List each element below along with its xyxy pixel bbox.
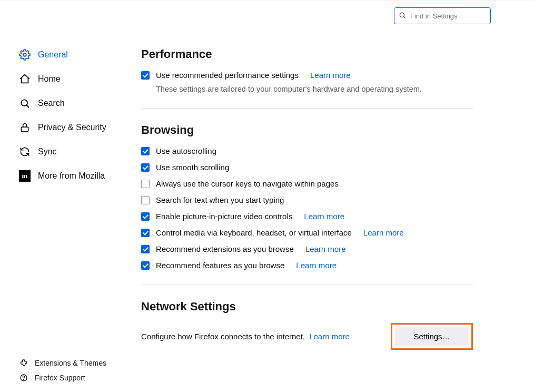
search-input[interactable] (409, 12, 500, 21)
checkbox-label: Always use the cursor keys to navigate w… (156, 179, 339, 188)
performance-note: These settings are tailored to your comp… (156, 85, 473, 93)
search-box[interactable] (394, 7, 491, 24)
checkbox-smooth-scrolling[interactable] (141, 163, 150, 172)
search-icon (399, 12, 406, 21)
browsing-autoscroll-row: Use autoscrolling (141, 146, 473, 155)
sidebar-item-privacy[interactable]: Privacy & Security (19, 117, 126, 138)
gear-icon (19, 49, 31, 61)
topbar (0, 0, 534, 32)
sidebar-item-sync[interactable]: Sync (19, 141, 126, 162)
sync-icon (19, 146, 31, 158)
sidebar-item-home[interactable]: Home (19, 68, 126, 90)
sidebar-item-label: More from Mozilla (38, 171, 105, 181)
network-settings-button[interactable]: Settings… (395, 327, 469, 346)
section-title-performance: Performance (141, 47, 473, 61)
checkbox-media-keys[interactable] (141, 229, 150, 237)
browsing-rec-ext-row: Recommend extensions as you browse Learn… (141, 244, 473, 253)
browsing-pip-row: Enable picture-in-picture video controls… (141, 212, 473, 221)
highlight-box: Settings… (391, 323, 473, 350)
checkbox-search-typing[interactable] (141, 196, 150, 204)
svg-line-1 (404, 16, 406, 18)
learn-more-link[interactable]: Learn more (305, 244, 346, 253)
svg-line-4 (27, 105, 29, 107)
divider (141, 108, 473, 109)
checkbox-pip[interactable] (141, 212, 150, 221)
checkbox-label: Enable picture-in-picture video controls (156, 212, 292, 221)
browsing-media-row: Control media via keyboard, headset, or … (141, 228, 473, 237)
sidebar-item-label: Search (38, 99, 65, 108)
divider (141, 285, 473, 285)
svg-point-2 (23, 53, 26, 56)
checkbox-autoscroll[interactable] (141, 147, 150, 155)
sidebar-item-general[interactable]: General (19, 44, 126, 65)
checkbox-recommend-features[interactable] (141, 261, 150, 270)
mozilla-icon: m (19, 170, 31, 182)
checkbox-label: Recommend extensions as you browse (156, 244, 294, 253)
learn-more-link[interactable]: Learn more (304, 212, 344, 221)
checkbox-label: Use autoscrolling (156, 146, 216, 155)
sidebar-item-label: General (38, 50, 68, 60)
sidebar-item-label: Sync (38, 147, 57, 156)
svg-rect-5 (21, 127, 28, 131)
checkbox-label: Use smooth scrolling (156, 163, 229, 172)
home-icon (19, 73, 31, 85)
checkbox-recommend-extensions[interactable] (141, 245, 150, 253)
network-row: Configure how Firefox connects to the in… (141, 323, 473, 350)
checkbox-label: Control media via keyboard, headset, or … (156, 228, 352, 237)
checkbox-label: Recommend features as you browse (156, 261, 284, 270)
search-icon (19, 97, 31, 109)
sidebar-item-label: Home (38, 74, 61, 84)
section-title-network: Network Settings (141, 300, 473, 313)
performance-recommended-row: Use recommended performance settings Lea… (141, 71, 473, 80)
sidebar-item-search[interactable]: Search (19, 93, 126, 114)
checkbox-label: Use recommended performance settings (156, 71, 299, 80)
checkbox-recommended-performance[interactable] (141, 71, 150, 80)
browsing-cursor-keys-row: Always use the cursor keys to navigate w… (141, 179, 473, 188)
browsing-smooth-row: Use smooth scrolling (141, 163, 473, 172)
sidebar-item-label: Privacy & Security (38, 123, 106, 132)
checkbox-label: Search for text when you start typing (156, 195, 284, 204)
section-title-browsing: Browsing (141, 123, 473, 137)
checkbox-cursor-keys[interactable] (141, 180, 150, 188)
lock-icon (19, 122, 31, 133)
learn-more-link[interactable]: Learn more (310, 71, 351, 80)
content: Performance Use recommended performance … (126, 32, 516, 350)
browsing-rec-feat-row: Recommend features as you browse Learn m… (141, 261, 473, 270)
learn-more-link[interactable]: Learn more (363, 228, 404, 237)
sidebar-item-more[interactable]: m More from Mozilla (19, 165, 126, 187)
browsing-search-typing-row: Search for text when you start typing (141, 195, 473, 204)
sidebar: General Home Search Privacy & Security S (0, 32, 126, 187)
learn-more-link[interactable]: Learn more (309, 332, 350, 341)
network-desc: Configure how Firefox connects to the in… (141, 332, 350, 341)
learn-more-link[interactable]: Learn more (296, 261, 337, 270)
